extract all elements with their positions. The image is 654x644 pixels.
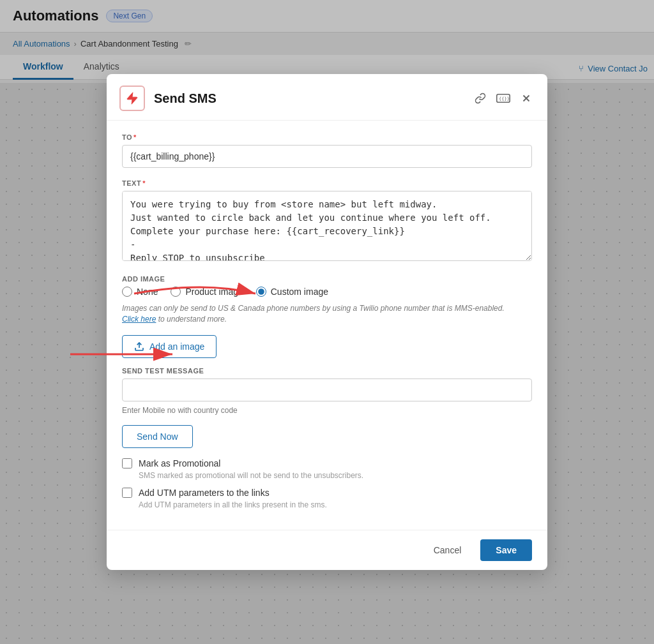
radio-none[interactable]: None	[122, 287, 158, 297]
cancel-button[interactable]: Cancel	[423, 539, 472, 561]
text-required-star: *	[142, 179, 146, 187]
modal-header: Send SMS {‌{‌}‌}	[107, 74, 547, 121]
utm-checkbox-option: Add UTM parameters to the links	[122, 488, 532, 498]
mobile-hint: Enter Mobile no with country code	[122, 405, 532, 416]
image-radio-group: None Product image Custom image	[122, 287, 532, 297]
send-test-section: SEND TEST MESSAGE Enter Mobile no with c…	[122, 367, 532, 448]
mms-info-text: Images can only be send to US & Canada p…	[122, 303, 532, 325]
promotional-checkbox[interactable]	[122, 458, 132, 468]
code-variables-icon[interactable]: {‌{‌}‌}	[496, 93, 510, 104]
radio-custom-input[interactable]	[256, 287, 266, 297]
add-image-button[interactable]: Add an image	[122, 335, 217, 358]
send-now-button[interactable]: Send Now	[122, 425, 193, 448]
sms-icon	[119, 86, 145, 111]
promotional-label[interactable]: Mark as Promotional	[139, 458, 220, 468]
to-field-group: TO *	[122, 133, 532, 168]
send-sms-modal: Send SMS {‌{‌}‌}	[107, 74, 547, 569]
modal-title: Send SMS	[154, 91, 466, 106]
promotional-checkbox-group: Mark as Promotional SMS marked as promot…	[122, 458, 532, 480]
promotional-checkbox-option: Mark as Promotional	[122, 458, 532, 468]
text-textarea[interactable]: You were trying to buy from <store name>…	[122, 191, 532, 261]
promotional-desc: SMS marked as promotional will not be se…	[139, 471, 532, 480]
text-field-group: TEXT * You were trying to buy from <stor…	[122, 179, 532, 264]
modal-header-actions: {‌{‌}‌}	[475, 93, 532, 104]
lightning-icon	[125, 91, 139, 105]
save-button[interactable]: Save	[480, 539, 532, 561]
modal-overlay: Send SMS {‌{‌}‌}	[0, 0, 654, 644]
to-required-star: *	[133, 133, 137, 141]
modal-body: TO * TEXT * You were trying to buy from …	[107, 121, 547, 529]
text-label: TEXT *	[122, 179, 532, 187]
modal-footer: Cancel Save	[107, 530, 547, 570]
utm-desc: Add UTM parameters in all the links pres…	[139, 500, 532, 509]
radio-custom-image[interactable]: Custom image	[256, 287, 328, 297]
add-image-label: ADD IMAGE	[122, 275, 532, 283]
radio-none-input[interactable]	[122, 287, 132, 297]
click-here-link[interactable]: Click here	[122, 315, 156, 324]
send-test-input[interactable]	[122, 378, 532, 401]
to-input[interactable]	[122, 145, 532, 168]
upload-icon	[134, 341, 144, 352]
svg-text:{‌{‌}‌}: {‌{‌}‌}	[499, 96, 510, 101]
send-test-label: SEND TEST MESSAGE	[122, 367, 532, 375]
utm-checkbox-group: Add UTM parameters to the links Add UTM …	[122, 488, 532, 509]
close-icon[interactable]	[521, 93, 532, 104]
utm-label[interactable]: Add UTM parameters to the links	[139, 488, 270, 498]
checkboxes-section: Mark as Promotional SMS marked as promot…	[122, 458, 532, 509]
add-image-section: ADD IMAGE None Product image Custom imag…	[122, 275, 532, 358]
radio-product-input[interactable]	[171, 287, 181, 297]
radio-product-image[interactable]: Product image	[171, 287, 243, 297]
link-icon[interactable]	[475, 93, 486, 104]
utm-checkbox[interactable]	[122, 488, 132, 498]
to-label: TO *	[122, 133, 532, 141]
